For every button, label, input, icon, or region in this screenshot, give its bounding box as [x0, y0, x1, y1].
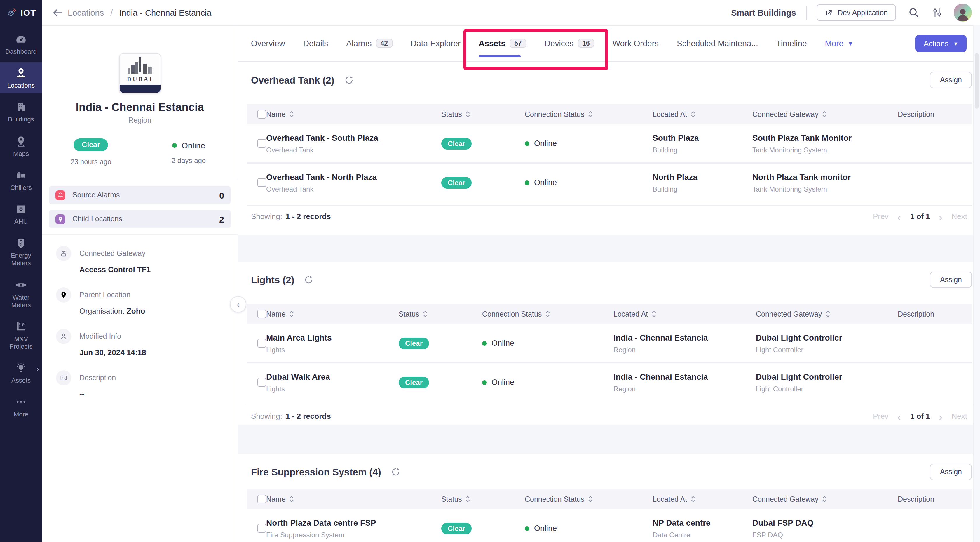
- column-header-located-at[interactable]: Located At: [652, 110, 752, 118]
- sort-icon[interactable]: [588, 495, 593, 503]
- select-all-checkbox[interactable]: [258, 495, 266, 504]
- select-all-checkbox[interactable]: [258, 110, 266, 119]
- sidebar-item-locations[interactable]: Locations: [0, 62, 42, 94]
- tab-assets[interactable]: Assets 57: [479, 25, 526, 61]
- sort-icon[interactable]: [651, 310, 657, 318]
- tab-overview[interactable]: Overview: [251, 25, 285, 61]
- select-all-checkbox[interactable]: [258, 309, 266, 318]
- column-header-connection-status[interactable]: Connection Status: [525, 110, 652, 118]
- prev-button[interactable]: Prev: [873, 212, 888, 220]
- column-header-connected-gateway[interactable]: Connected Gateway: [752, 110, 898, 118]
- sidebar-item-m-v-projects[interactable]: M&V Projects: [0, 316, 42, 355]
- breadcrumb-locations[interactable]: Locations: [68, 8, 104, 17]
- sort-icon[interactable]: [822, 110, 827, 118]
- table-row[interactable]: Main Area LightsLightsClearOnlineIndia -…: [247, 324, 972, 363]
- tab-more[interactable]: More ▼: [825, 25, 853, 61]
- row-checkbox[interactable]: [258, 378, 266, 387]
- scrollbar-thumb[interactable]: [975, 53, 979, 108]
- sort-icon[interactable]: [289, 110, 294, 118]
- assign-button[interactable]: Assign: [930, 72, 972, 88]
- column-header-status[interactable]: Status: [441, 495, 525, 503]
- column-label: Connected Gateway: [752, 110, 819, 118]
- chevron-right-icon[interactable]: [938, 213, 944, 219]
- table-row[interactable]: North Plaza Data centre FSPFire Suppress…: [247, 509, 972, 542]
- column-header-name[interactable]: Name: [266, 495, 441, 503]
- sort-icon[interactable]: [588, 110, 593, 118]
- located-at-type: Building: [652, 146, 752, 154]
- sidebar-item-dashboard[interactable]: Dashboard: [0, 29, 42, 60]
- refresh-icon[interactable]: [391, 467, 400, 477]
- row-checkbox[interactable]: [258, 339, 266, 348]
- sort-icon[interactable]: [289, 310, 294, 318]
- column-header-located-at[interactable]: Located At: [652, 495, 752, 503]
- user-avatar[interactable]: [954, 3, 972, 22]
- chevron-left-icon[interactable]: [896, 413, 903, 419]
- sidebar-item-chillers[interactable]: Chillers: [0, 165, 42, 196]
- column-header-located-at[interactable]: Located At: [613, 310, 756, 318]
- sort-icon[interactable]: [466, 110, 471, 118]
- column-header-name[interactable]: Name: [266, 110, 441, 118]
- column-header-connection-status[interactable]: Connection Status: [482, 310, 613, 318]
- row-checkbox[interactable]: [258, 139, 266, 148]
- tab-details[interactable]: Details: [303, 25, 328, 61]
- tab-timeline[interactable]: Timeline: [776, 25, 807, 61]
- scrollbar[interactable]: [973, 25, 980, 542]
- stat-source-alarms[interactable]: Source Alarms 0: [49, 187, 231, 204]
- column-header-connection-status[interactable]: Connection Status: [525, 495, 652, 503]
- location-image[interactable]: DUBAI: [119, 53, 161, 94]
- asset-name[interactable]: Main Area Lights: [266, 333, 399, 342]
- tab-devices[interactable]: Devices 16: [544, 25, 595, 61]
- sort-icon[interactable]: [423, 310, 428, 318]
- row-checkbox[interactable]: [258, 524, 266, 532]
- table-row[interactable]: Dubai Walk AreaLightsClearOnlineIndia - …: [247, 363, 972, 401]
- sort-icon[interactable]: [822, 495, 827, 503]
- refresh-icon[interactable]: [344, 75, 354, 84]
- sidebar-item-water-meters[interactable]: Water Meters: [0, 274, 42, 313]
- table-row[interactable]: Overhead Tank - South PlazaOverhead Tank…: [247, 124, 972, 163]
- back-arrow-icon[interactable]: [52, 7, 64, 18]
- water-meters-icon: [15, 279, 27, 290]
- sort-icon[interactable]: [466, 495, 471, 503]
- tab-data-explorer[interactable]: Data Explorer: [410, 25, 461, 61]
- column-header-name[interactable]: Name: [266, 310, 399, 318]
- chevron-right-icon[interactable]: [938, 413, 944, 419]
- actions-button[interactable]: Actions ▼: [915, 35, 967, 52]
- sort-icon[interactable]: [826, 310, 831, 318]
- column-header-status[interactable]: Status: [441, 110, 525, 118]
- asset-name[interactable]: Overhead Tank - North Plaza: [266, 172, 441, 181]
- chevron-left-icon[interactable]: [896, 213, 903, 219]
- app-logo[interactable]: IOT: [0, 0, 42, 25]
- asset-name[interactable]: Overhead Tank - South Plaza: [266, 133, 441, 142]
- tab-work-orders[interactable]: Work Orders: [612, 25, 659, 61]
- asset-name[interactable]: North Plaza Data centre FSP: [266, 518, 441, 527]
- sidebar-item-more[interactable]: More: [0, 392, 42, 422]
- assign-button[interactable]: Assign: [930, 464, 972, 480]
- sort-icon[interactable]: [545, 310, 550, 318]
- table-row[interactable]: Overhead Tank - North PlazaOverhead Tank…: [247, 163, 972, 201]
- row-checkbox[interactable]: [258, 178, 266, 187]
- search-icon[interactable]: [908, 7, 919, 18]
- column-header-status[interactable]: Status: [399, 310, 482, 318]
- settings-sliders-icon[interactable]: [932, 7, 943, 18]
- sidebar-item-energy-meters[interactable]: Energy Meters: [0, 233, 42, 271]
- dev-application-button[interactable]: Dev Application: [816, 4, 896, 21]
- sidebar-item-buildings[interactable]: Buildings: [0, 97, 42, 128]
- asset-name[interactable]: Dubai Walk Area: [266, 372, 399, 381]
- sidebar-item-ahu[interactable]: AHU: [0, 199, 42, 230]
- sidebar-item-assets[interactable]: Assets ›: [0, 358, 42, 389]
- assign-button[interactable]: Assign: [930, 272, 972, 288]
- column-header-connected-gateway[interactable]: Connected Gateway: [752, 495, 898, 503]
- prev-button[interactable]: Prev: [873, 411, 888, 420]
- sidebar-item-maps[interactable]: Maps: [0, 131, 42, 161]
- sort-icon[interactable]: [690, 495, 696, 503]
- tab-scheduled-maintena[interactable]: Scheduled Maintena...: [677, 25, 758, 61]
- next-button[interactable]: Next: [952, 411, 967, 420]
- refresh-icon[interactable]: [304, 275, 314, 284]
- tab-alarms[interactable]: Alarms 42: [346, 25, 393, 61]
- next-button[interactable]: Next: [952, 212, 967, 220]
- panel-collapse-button[interactable]: ‹: [230, 296, 246, 312]
- sort-icon[interactable]: [289, 495, 294, 503]
- stat-child-locations[interactable]: Child Locations 2: [49, 210, 231, 228]
- sort-icon[interactable]: [690, 110, 696, 118]
- column-header-connected-gateway[interactable]: Connected Gateway: [756, 310, 898, 318]
